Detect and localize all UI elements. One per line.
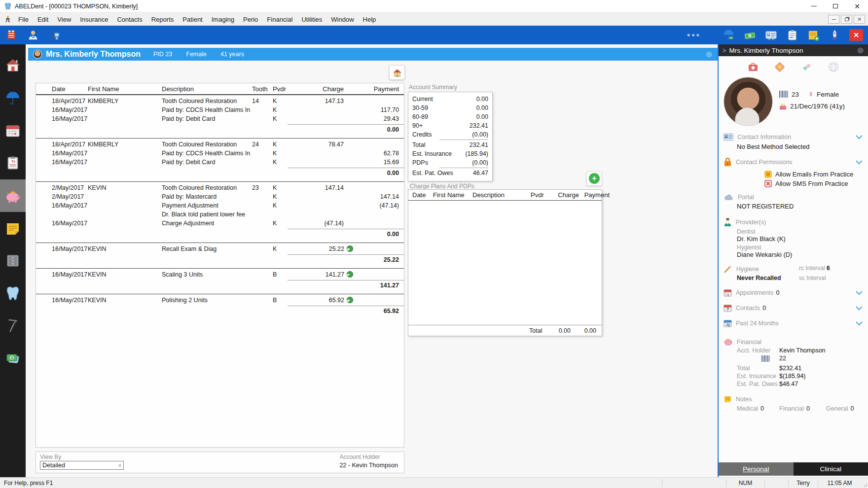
charge-plans-col-first-name[interactable]: First Name bbox=[433, 191, 472, 200]
section-providers[interactable]: Provider(s) bbox=[719, 215, 868, 228]
ledger-row[interactable]: 16/May/2017Paid by: Debit CardK29.43 bbox=[36, 114, 404, 123]
menu-help[interactable]: Help bbox=[359, 14, 381, 25]
section-contacts[interactable]: ? Contacts 0 bbox=[719, 302, 868, 313]
mdi-restore-button[interactable] bbox=[841, 15, 852, 24]
ledger-col-charge[interactable]: Charge bbox=[298, 83, 344, 94]
menu-perio[interactable]: Perio bbox=[239, 14, 262, 25]
ledger-row[interactable]: 16/May/2017Charge AdjustmentK(47.14) bbox=[36, 219, 404, 228]
charge-plans-col-description[interactable]: Description bbox=[472, 191, 531, 200]
resize-grip[interactable] bbox=[861, 478, 868, 488]
toolbar-overflow-icon[interactable]: ••• bbox=[687, 30, 701, 40]
sidebar-item-appointments[interactable] bbox=[0, 114, 26, 147]
contact-card-icon[interactable] bbox=[764, 29, 777, 41]
ledger-col-pvdr[interactable]: Pvdr bbox=[273, 83, 298, 94]
charge-plans-col-charge[interactable]: Charge bbox=[551, 191, 579, 200]
ledger-col-description[interactable]: Description bbox=[162, 83, 252, 94]
patient-icon[interactable] bbox=[27, 29, 39, 41]
ledger-row[interactable]: 16/May/2017Paid by: CDCS Health Claims I… bbox=[36, 105, 404, 114]
ledger-col-payment[interactable]: Payment bbox=[344, 83, 404, 94]
tab-personal[interactable]: Personal bbox=[719, 462, 794, 476]
ledger-row[interactable]: Dr. Black told patient lower fee bbox=[36, 210, 404, 219]
mdi-minimize-button[interactable] bbox=[828, 15, 839, 24]
add-note-icon[interactable] bbox=[807, 29, 820, 41]
menu-edit[interactable]: Edit bbox=[33, 14, 53, 25]
section-notes[interactable]: Notes bbox=[719, 393, 868, 404]
close-button[interactable]: ✕ bbox=[846, 0, 868, 12]
charge-plans-col-date[interactable]: Date bbox=[412, 191, 433, 200]
menu-view[interactable]: View bbox=[53, 14, 75, 25]
insurance-umbrella-icon[interactable]: $ bbox=[722, 29, 735, 41]
view-by-label: View By bbox=[40, 453, 61, 460]
menu-utilities[interactable]: Utilities bbox=[297, 14, 326, 25]
section-hygiene[interactable]: Hygiene bbox=[719, 263, 868, 275]
payment-cash-icon[interactable] bbox=[743, 29, 756, 41]
clipboard-icon[interactable] bbox=[786, 29, 798, 41]
charge-plans-col-payment[interactable]: Payment bbox=[579, 191, 610, 200]
tab-clinical[interactable]: Clinical bbox=[794, 462, 868, 476]
status-num-lock: NUM bbox=[726, 479, 764, 487]
sidebar-item-billing[interactable] bbox=[0, 179, 26, 212]
section-appointments[interactable]: Appointments 0 bbox=[719, 286, 868, 298]
diamond-icon[interactable] bbox=[774, 61, 786, 73]
plus-icon: + bbox=[589, 173, 600, 184]
menu-patient[interactable]: Patient bbox=[178, 14, 207, 25]
sidebar-gear-icon[interactable] bbox=[857, 47, 864, 54]
charge-plans-title: Charge Plans And PDPs bbox=[410, 183, 474, 190]
view-by-dropdown[interactable]: Detailed ˅ bbox=[40, 461, 124, 470]
charge-plans-col-pvdr[interactable]: Pvdr bbox=[531, 191, 551, 200]
globe-icon[interactable] bbox=[828, 61, 839, 73]
ledger-row[interactable]: 18/Apr/2017KIMBERLYTooth Coloured Restor… bbox=[36, 97, 404, 105]
sidebar-item-payments[interactable]: $ bbox=[0, 342, 26, 375]
pill-icon[interactable] bbox=[801, 61, 813, 73]
account-holder-home-button[interactable] bbox=[389, 65, 405, 80]
hygienist-name: Diane Wekarski (D) bbox=[719, 251, 868, 259]
chevron-down-icon[interactable] bbox=[855, 135, 863, 139]
menu-contacts[interactable]: Contacts bbox=[112, 14, 146, 25]
ledger-row[interactable]: 16/May/2017Paid by: CDCS Health Claims I… bbox=[36, 149, 404, 158]
chevron-down-icon[interactable] bbox=[855, 321, 863, 326]
chevron-down-icon[interactable] bbox=[855, 306, 863, 311]
sidebar-item-treatment-plan[interactable]: Tx bbox=[0, 147, 26, 179]
sidebar-item-tooth-chart[interactable] bbox=[0, 277, 26, 310]
sidebar-item-home[interactable] bbox=[0, 49, 26, 82]
card-file-icon[interactable] bbox=[5, 29, 18, 41]
menu-financial[interactable]: Financial bbox=[262, 14, 297, 25]
banner-gear-icon[interactable] bbox=[705, 51, 713, 58]
collapse-chevron-icon[interactable]: > bbox=[723, 47, 726, 54]
section-financial[interactable]: Financial bbox=[719, 336, 868, 347]
sidebar-item-insurance[interactable] bbox=[0, 82, 26, 114]
medical-kit-icon[interactable] bbox=[747, 61, 759, 73]
section-contact-information[interactable]: Contact Information bbox=[719, 131, 868, 142]
sidebar-item-perio-probe[interactable] bbox=[0, 310, 26, 342]
rocket-icon[interactable] bbox=[828, 29, 841, 41]
sidebar-item-notes[interactable] bbox=[0, 212, 26, 244]
ledger-row[interactable]: 16/May/2017Paid by: Debit CardK15.69 bbox=[36, 158, 404, 167]
ledger-row[interactable]: 16/May/2017Payment AdjustmentK(47.14) bbox=[36, 201, 404, 210]
section-past-24-months[interactable]: -2y Past 24 Months bbox=[719, 317, 868, 328]
ledger-row[interactable]: 2/May/2017Paid by: MastercardK147.14 bbox=[36, 192, 404, 201]
menu-window[interactable]: Window bbox=[326, 14, 358, 25]
menu-insurance[interactable]: Insurance bbox=[75, 14, 112, 25]
ledger-col-first-name[interactable]: First Name bbox=[88, 83, 162, 94]
ledger-row[interactable]: 16/May/2017KEVINPolishing 2 UnitsB65.92 bbox=[36, 296, 404, 305]
ledger-row[interactable]: 16/May/2017KEVINScaling 3 UnitsB141.27 bbox=[36, 270, 404, 279]
section-portal[interactable]: Portal bbox=[719, 192, 868, 202]
menu-imaging[interactable]: Imaging bbox=[207, 14, 239, 25]
ledger-row[interactable]: 2/May/2017KEVINTooth Coloured Restoratio… bbox=[36, 183, 404, 192]
chevron-down-icon[interactable] bbox=[855, 160, 863, 165]
ledger-col-tooth[interactable]: Tooth bbox=[252, 83, 273, 94]
close-patient-icon[interactable]: ✕ bbox=[849, 29, 863, 41]
ledger-row[interactable]: 18/Apr/2017KIMBERLYTooth Coloured Restor… bbox=[36, 140, 404, 149]
patient-kiosk-icon[interactable] bbox=[48, 29, 61, 41]
add-charge-plan-button[interactable]: + bbox=[586, 171, 602, 186]
menu-file[interactable]: File bbox=[14, 14, 33, 25]
chevron-down-icon[interactable] bbox=[855, 290, 863, 295]
menu-reports[interactable]: Reports bbox=[147, 14, 179, 25]
ledger-row[interactable]: 16/May/2017KEVINRecall Exam & DiagK25.22 bbox=[36, 244, 404, 253]
sidebar-item-records[interactable] bbox=[0, 244, 26, 277]
mdi-close-button[interactable]: ✕ bbox=[854, 15, 865, 24]
section-contact-permissions[interactable]: Contact Permissions bbox=[719, 155, 868, 168]
ledger-col-date[interactable]: Date bbox=[36, 83, 88, 94]
maximize-button[interactable] bbox=[825, 0, 846, 12]
minimize-button[interactable] bbox=[803, 0, 825, 12]
